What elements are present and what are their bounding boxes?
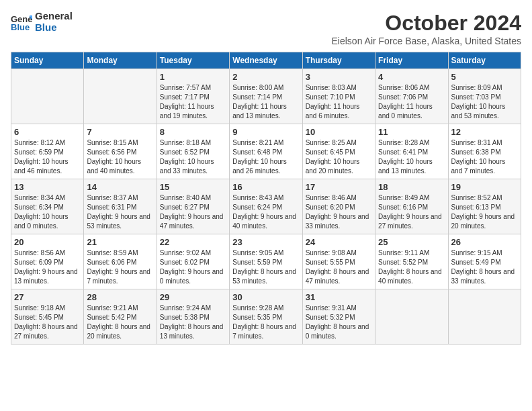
day-info: Sunrise: 8:52 AMSunset: 6:13 PMDaylight:… [451, 193, 518, 231]
calendar-day-cell: 12Sunrise: 8:31 AMSunset: 6:38 PMDayligh… [448, 124, 521, 179]
day-number: 28 [87, 292, 153, 302]
day-number: 31 [306, 292, 372, 302]
calendar-day-cell: 25Sunrise: 9:11 AMSunset: 5:52 PMDayligh… [375, 234, 448, 289]
day-number: 9 [232, 127, 299, 137]
calendar-day-cell [375, 289, 448, 345]
calendar-day-cell: 23Sunrise: 9:05 AMSunset: 5:59 PMDayligh… [230, 234, 302, 289]
day-number: 27 [14, 292, 81, 302]
calendar-day-cell: 24Sunrise: 9:08 AMSunset: 5:55 PMDayligh… [302, 234, 375, 289]
day-number: 6 [14, 127, 81, 137]
day-number: 26 [451, 237, 518, 247]
day-number: 16 [232, 182, 299, 192]
weekday-header: Wednesday [230, 52, 302, 69]
day-number: 7 [87, 127, 153, 137]
calendar-day-cell [84, 69, 157, 124]
calendar-week-row: 20Sunrise: 8:56 AMSunset: 6:09 PMDayligh… [11, 234, 521, 289]
calendar-day-cell: 14Sunrise: 8:37 AMSunset: 6:31 PMDayligh… [84, 179, 157, 234]
day-number: 17 [306, 182, 372, 192]
day-number: 30 [232, 292, 299, 302]
day-info: Sunrise: 8:43 AMSunset: 6:24 PMDaylight:… [232, 193, 299, 231]
calendar-day-cell: 11Sunrise: 8:28 AMSunset: 6:41 PMDayligh… [375, 124, 448, 179]
day-info: Sunrise: 9:24 AMSunset: 5:38 PMDaylight:… [160, 304, 226, 341]
calendar-day-cell: 28Sunrise: 9:21 AMSunset: 5:42 PMDayligh… [84, 289, 157, 345]
calendar-day-cell: 17Sunrise: 8:46 AMSunset: 6:20 PMDayligh… [302, 179, 375, 234]
day-number: 18 [378, 182, 445, 192]
calendar-day-cell: 20Sunrise: 8:56 AMSunset: 6:09 PMDayligh… [11, 234, 84, 289]
calendar-day-cell: 15Sunrise: 8:40 AMSunset: 6:27 PMDayligh… [157, 179, 229, 234]
calendar-week-row: 13Sunrise: 8:34 AMSunset: 6:34 PMDayligh… [11, 179, 521, 234]
weekday-header: Thursday [302, 52, 375, 69]
day-number: 2 [232, 72, 299, 82]
day-info: Sunrise: 8:25 AMSunset: 6:45 PMDaylight:… [306, 138, 372, 176]
calendar-day-cell [11, 69, 84, 124]
calendar-day-cell: 10Sunrise: 8:25 AMSunset: 6:45 PMDayligh… [302, 124, 375, 179]
day-number: 12 [451, 127, 518, 137]
day-info: Sunrise: 8:49 AMSunset: 6:16 PMDaylight:… [378, 193, 445, 231]
day-number: 15 [160, 182, 226, 192]
day-info: Sunrise: 8:00 AMSunset: 7:14 PMDaylight:… [232, 83, 299, 121]
logo-line1: General [35, 11, 73, 22]
weekday-header: Monday [84, 52, 157, 69]
weekday-header: Saturday [448, 52, 521, 69]
day-info: Sunrise: 9:21 AMSunset: 5:42 PMDaylight:… [87, 304, 153, 341]
calendar-day-cell: 21Sunrise: 8:59 AMSunset: 6:06 PMDayligh… [84, 234, 157, 289]
day-number: 4 [378, 72, 445, 82]
calendar-day-cell: 5Sunrise: 8:09 AMSunset: 7:03 PMDaylight… [448, 69, 521, 124]
calendar-day-cell: 30Sunrise: 9:28 AMSunset: 5:35 PMDayligh… [230, 289, 302, 345]
calendar-day-cell: 4Sunrise: 8:06 AMSunset: 7:06 PMDaylight… [375, 69, 448, 124]
day-info: Sunrise: 8:37 AMSunset: 6:31 PMDaylight:… [87, 193, 153, 231]
day-number: 22 [160, 237, 226, 247]
day-info: Sunrise: 9:11 AMSunset: 5:52 PMDaylight:… [378, 248, 445, 286]
title-block: October 2024 Eielson Air Force Base, Ala… [332, 11, 521, 46]
day-info: Sunrise: 8:56 AMSunset: 6:09 PMDaylight:… [14, 248, 81, 286]
logo: General Blue General Blue [11, 11, 73, 33]
day-info: Sunrise: 8:12 AMSunset: 6:59 PMDaylight:… [14, 138, 81, 176]
day-info: Sunrise: 8:40 AMSunset: 6:27 PMDaylight:… [160, 193, 226, 231]
calendar-day-cell: 7Sunrise: 8:15 AMSunset: 6:56 PMDaylight… [84, 124, 157, 179]
day-info: Sunrise: 8:03 AMSunset: 7:10 PMDaylight:… [306, 83, 372, 121]
day-info: Sunrise: 8:31 AMSunset: 6:38 PMDaylight:… [451, 138, 518, 176]
day-info: Sunrise: 8:34 AMSunset: 6:34 PMDaylight:… [14, 193, 81, 231]
calendar-day-cell: 22Sunrise: 9:02 AMSunset: 6:02 PMDayligh… [157, 234, 229, 289]
day-info: Sunrise: 9:02 AMSunset: 6:02 PMDaylight:… [160, 248, 226, 286]
day-number: 3 [306, 72, 372, 82]
calendar-day-cell [448, 289, 521, 345]
calendar-week-row: 27Sunrise: 9:18 AMSunset: 5:45 PMDayligh… [11, 289, 521, 345]
day-number: 24 [306, 237, 372, 247]
day-number: 19 [451, 182, 518, 192]
weekday-header: Friday [375, 52, 448, 69]
calendar-day-cell: 26Sunrise: 9:15 AMSunset: 5:49 PMDayligh… [448, 234, 521, 289]
day-info: Sunrise: 9:18 AMSunset: 5:45 PMDaylight:… [14, 304, 81, 341]
calendar-week-row: 1Sunrise: 7:57 AMSunset: 7:17 PMDaylight… [11, 69, 521, 124]
day-number: 10 [306, 127, 372, 137]
calendar-day-cell: 9Sunrise: 8:21 AMSunset: 6:48 PMDaylight… [230, 124, 302, 179]
month-title: October 2024 [332, 11, 521, 36]
weekday-header: Tuesday [157, 52, 229, 69]
calendar-day-cell: 6Sunrise: 8:12 AMSunset: 6:59 PMDaylight… [11, 124, 84, 179]
day-number: 8 [160, 127, 226, 137]
day-info: Sunrise: 7:57 AMSunset: 7:17 PMDaylight:… [160, 83, 226, 121]
day-info: Sunrise: 8:46 AMSunset: 6:20 PMDaylight:… [306, 193, 372, 231]
day-info: Sunrise: 8:28 AMSunset: 6:41 PMDaylight:… [378, 138, 445, 176]
calendar-day-cell: 13Sunrise: 8:34 AMSunset: 6:34 PMDayligh… [11, 179, 84, 234]
day-info: Sunrise: 8:59 AMSunset: 6:06 PMDaylight:… [87, 248, 153, 286]
calendar-day-cell: 2Sunrise: 8:00 AMSunset: 7:14 PMDaylight… [230, 69, 302, 124]
calendar-day-cell: 8Sunrise: 8:18 AMSunset: 6:52 PMDaylight… [157, 124, 229, 179]
day-info: Sunrise: 9:31 AMSunset: 5:32 PMDaylight:… [306, 304, 372, 341]
page-header: General Blue General Blue October 2024 E… [11, 11, 521, 46]
day-info: Sunrise: 9:05 AMSunset: 5:59 PMDaylight:… [232, 248, 299, 286]
day-number: 11 [378, 127, 445, 137]
svg-text:Blue: Blue [11, 22, 30, 32]
calendar-day-cell: 16Sunrise: 8:43 AMSunset: 6:24 PMDayligh… [230, 179, 302, 234]
calendar-day-cell: 3Sunrise: 8:03 AMSunset: 7:10 PMDaylight… [302, 69, 375, 124]
calendar-header-row: SundayMondayTuesdayWednesdayThursdayFrid… [11, 52, 521, 69]
day-info: Sunrise: 9:28 AMSunset: 5:35 PMDaylight:… [232, 304, 299, 341]
calendar-day-cell: 27Sunrise: 9:18 AMSunset: 5:45 PMDayligh… [11, 289, 84, 345]
location: Eielson Air Force Base, Alaska, United S… [332, 36, 521, 46]
day-number: 5 [451, 72, 518, 82]
day-info: Sunrise: 9:08 AMSunset: 5:55 PMDaylight:… [306, 248, 372, 286]
day-info: Sunrise: 8:18 AMSunset: 6:52 PMDaylight:… [160, 138, 226, 176]
day-info: Sunrise: 8:21 AMSunset: 6:48 PMDaylight:… [232, 138, 299, 176]
calendar-day-cell: 18Sunrise: 8:49 AMSunset: 6:16 PMDayligh… [375, 179, 448, 234]
day-info: Sunrise: 8:09 AMSunset: 7:03 PMDaylight:… [451, 83, 518, 121]
